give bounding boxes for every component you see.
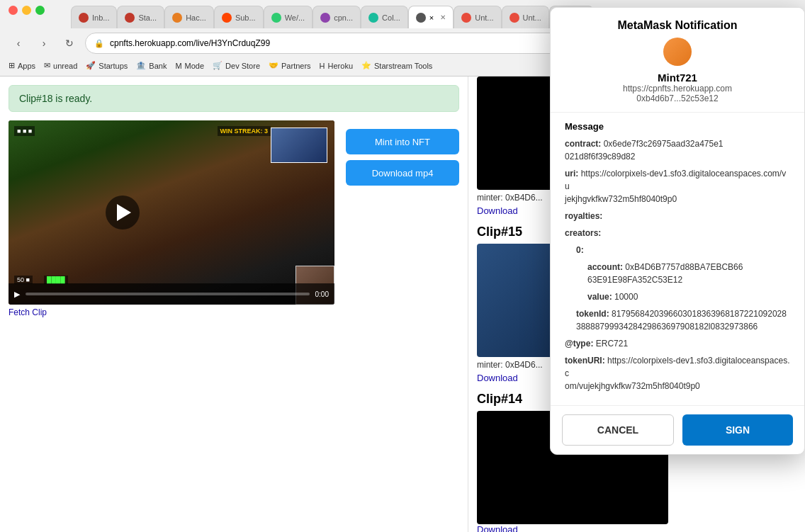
play-triangle-icon	[117, 204, 131, 221]
contract-field: contract: 0x6ede7f3c26975aad32a475e1021d…	[565, 137, 790, 163]
video-duration: 0:00	[315, 290, 329, 298]
bookmark-heroku[interactable]: H Heroku	[320, 62, 353, 70]
action-buttons: Mint into NFT Download mp4	[346, 129, 459, 186]
traffic-lights	[0, 0, 53, 15]
lock-icon: 🔒	[94, 39, 104, 48]
tab-cpn[interactable]: cpn...	[313, 6, 361, 28]
tab-we[interactable]: We/...	[264, 6, 313, 28]
sign-button[interactable]: SIGN	[682, 414, 793, 446]
cancel-button[interactable]: CANCEL	[562, 414, 674, 446]
metamask-avatar	[663, 38, 692, 66]
clip-ready-text: Clip#18 is ready.	[19, 93, 92, 104]
metamask-header: MetaMask Notification Mint721 https://cp…	[551, 8, 804, 113]
metamask-footer: CANCEL SIGN	[551, 405, 804, 454]
type-field: @type: ERC721	[565, 337, 790, 350]
traffic-light-yellow[interactable]	[22, 6, 31, 15]
tab-untitled2[interactable]: Unt...	[502, 6, 549, 28]
bookmark-devstore[interactable]: 🛒 Dev Store	[213, 61, 260, 70]
tab-untitled1[interactable]: Unt...	[454, 6, 501, 28]
back-button[interactable]: ‹	[9, 33, 28, 53]
reload-button[interactable]: ↻	[60, 33, 79, 53]
fetch-clip-link[interactable]: Fetch Clip	[9, 307, 334, 317]
bookmark-starstream[interactable]: ⭐ Starstream Tools	[361, 61, 432, 70]
tab-col[interactable]: Col...	[361, 6, 408, 28]
royalties-field: royalties:	[565, 210, 790, 222]
traffic-light-red[interactable]	[9, 6, 18, 15]
video-thumbnail: ■ ■ ■ WIN STREAK: 3	[9, 120, 334, 305]
creators-field: creators:	[565, 227, 790, 239]
bookmark-mode[interactable]: M Mode	[175, 62, 204, 70]
video-player: ■ ■ ■ WIN STREAK: 3	[9, 120, 334, 305]
video-controls-bar: ▶ 0:00	[9, 283, 334, 305]
message-label: Message	[565, 121, 790, 132]
progress-bar[interactable]	[26, 293, 310, 295]
metamask-body: Message contract: 0x6ede7f3c26975aad32a4…	[551, 113, 804, 405]
account-field: account: 0xB4D6B7757d88BA7EBCB6663E91E98…	[565, 261, 790, 286]
hud-text: ■ ■ ■	[17, 128, 32, 135]
metamask-site-name: Mint721	[565, 72, 790, 84]
video-time: ▶	[14, 290, 20, 299]
play-button[interactable]	[106, 196, 140, 230]
tab-close-icon[interactable]: ✕	[440, 13, 446, 21]
value-field: value: 10000	[565, 290, 790, 303]
traffic-light-green[interactable]	[35, 6, 45, 15]
metamask-popup: MetaMask Notification Mint721 https://cp…	[550, 7, 805, 455]
forward-button[interactable]: ›	[34, 33, 54, 53]
address-text: cpnfts.herokuapp.com/live/H3YnCrduqZ99	[110, 38, 270, 48]
tab-gmail-inbox[interactable]: Inb...	[71, 6, 117, 28]
tab-hackernews[interactable]: Hac...	[164, 6, 214, 28]
uri-field: uri: https://colorpixels-dev1.sfo3.digit…	[565, 167, 790, 205]
tokenid-field: tokenId: 8179568420396603018363968187221…	[565, 307, 790, 333]
bookmark-startups[interactable]: 🚀 Startups	[86, 61, 128, 70]
tab-substack[interactable]: Sub...	[214, 6, 264, 28]
left-panel: Clip#18 is ready. ■ ■ ■	[0, 77, 468, 532]
bookmark-partners[interactable]: 🤝 Partners	[269, 61, 311, 70]
clip14-download-link[interactable]: Download	[477, 524, 796, 532]
bookmark-apps[interactable]: ⊞ Apps	[9, 61, 35, 70]
win-streak-label: WIN STREAK: 3	[220, 128, 269, 135]
mint-nft-button[interactable]: Mint into NFT	[346, 129, 459, 154]
tab-gmail-startups[interactable]: Sta...	[117, 6, 164, 28]
clip-ready-banner: Clip#18 is ready.	[9, 85, 459, 112]
metamask-title: MetaMask Notification	[565, 19, 790, 32]
bookmark-unread[interactable]: ✉ unread	[44, 61, 77, 70]
tokenuri-field: tokenURI: https://colorpixels-dev1.sfo3.…	[565, 354, 790, 392]
index-0-field: 0:	[565, 244, 790, 256]
download-mp4-button[interactable]: Download mp4	[346, 160, 459, 186]
metamask-site-url: https://cpnfts.herokuapp.com	[565, 84, 790, 94]
metamask-address: 0xb4d6b7...52c53e12	[565, 94, 790, 103]
small-preview	[271, 128, 327, 163]
tab-active[interactable]: × ✕	[408, 6, 454, 28]
bookmark-bank[interactable]: 🏦 Bank	[136, 61, 167, 70]
